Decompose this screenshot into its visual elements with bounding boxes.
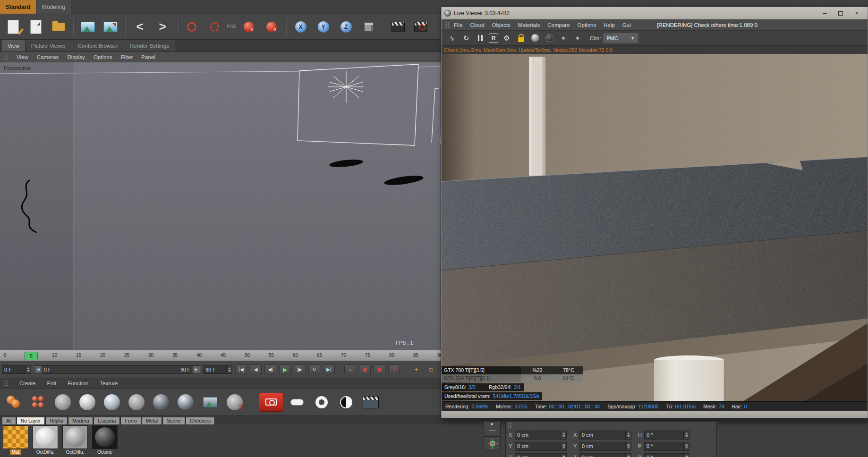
stepper[interactable] xyxy=(561,453,567,457)
document-export-icon[interactable] xyxy=(26,16,46,38)
ring-button[interactable] xyxy=(311,391,332,414)
size-z-field[interactable] xyxy=(579,453,631,457)
material-node-icon[interactable] xyxy=(52,391,74,414)
key-scale-icon[interactable]: □ xyxy=(425,364,437,374)
next-frame-button[interactable]: |▶ xyxy=(294,364,306,374)
shader-ball-metal-icon[interactable] xyxy=(175,391,196,414)
material-preview[interactable] xyxy=(3,425,28,449)
frame-start-field[interactable] xyxy=(2,365,31,374)
menu-display[interactable]: Display xyxy=(67,54,85,60)
frame-end-input[interactable] xyxy=(203,365,227,374)
stepper[interactable] xyxy=(684,442,689,451)
menu-materials[interactable]: Materials xyxy=(515,22,544,28)
range-left-grip[interactable]: ◀ xyxy=(34,366,42,373)
rot-p-input[interactable] xyxy=(644,442,684,451)
layout-tab-modeling[interactable]: Modeling xyxy=(36,0,71,14)
menu-cloud[interactable]: Cloud xyxy=(467,22,488,28)
layer-tab-metal[interactable]: Metal xyxy=(142,417,162,424)
document-edit-icon[interactable] xyxy=(3,16,24,38)
tab-picture-viewer[interactable]: Picture Viewer xyxy=(26,40,72,51)
size-y-field[interactable] xyxy=(579,442,631,451)
layer-tab-checkers[interactable]: Checkers xyxy=(186,417,215,424)
minimize-button[interactable] xyxy=(817,8,833,18)
layer-tab-no-layer[interactable]: No Layer xyxy=(17,417,45,424)
layer-tab-all[interactable]: All xyxy=(2,417,16,424)
range-right-grip[interactable]: ▶ xyxy=(193,366,200,373)
menu-filter[interactable]: Filter xyxy=(121,54,133,60)
menu-help[interactable]: Help xyxy=(600,22,618,28)
window-resize-edge[interactable] xyxy=(442,411,868,418)
render-settings-icon[interactable] xyxy=(410,16,431,38)
menu-objects[interactable]: Objects xyxy=(489,22,514,28)
material-preview[interactable] xyxy=(92,425,118,449)
half-sphere-button[interactable] xyxy=(335,391,357,414)
load-image-icon[interactable] xyxy=(77,16,98,38)
drag-handle-icon[interactable] xyxy=(4,380,8,386)
lasso-selection-icon[interactable] xyxy=(204,16,225,38)
stepper[interactable] xyxy=(626,453,631,457)
move-tool-icon[interactable]: 0 xyxy=(238,16,259,38)
live-selection-icon[interactable] xyxy=(181,16,202,38)
tab-content-browser[interactable]: Content Browser xyxy=(72,40,125,51)
save-project-icon[interactable] xyxy=(48,16,69,38)
stepper[interactable] xyxy=(684,431,689,440)
restart-render-icon[interactable]: ϟ xyxy=(446,33,458,44)
layout-tab-standard[interactable]: Standard xyxy=(0,0,36,14)
layer-tab-madera[interactable]: Madera xyxy=(68,417,94,424)
capsule-button[interactable] xyxy=(286,391,308,414)
stepper[interactable] xyxy=(561,442,567,451)
axis-mode-button[interactable] xyxy=(484,436,501,450)
layer-tab-scene[interactable]: Scene xyxy=(162,417,185,424)
preview-range-slider[interactable]: ◀ 0 F 90 F ▶ xyxy=(34,365,200,374)
close-button[interactable]: × xyxy=(849,8,865,18)
render-view-icon[interactable] xyxy=(388,16,408,38)
axis-z-button[interactable]: Z xyxy=(336,16,357,38)
menu-texture[interactable]: Texture xyxy=(100,381,118,386)
menu-edit[interactable]: Edit xyxy=(47,381,57,386)
region-render-icon[interactable]: R xyxy=(489,34,498,43)
material-ball-icon[interactable] xyxy=(529,33,541,44)
pos-x-field[interactable] xyxy=(515,431,567,440)
stepper[interactable] xyxy=(684,453,689,457)
lock-resolution-icon[interactable] xyxy=(515,33,527,44)
focus-picker-icon[interactable]: ⌖ xyxy=(558,33,569,44)
menu-panel[interactable]: Panel xyxy=(141,54,155,60)
size-y-input[interactable] xyxy=(579,442,626,451)
menu-view[interactable]: View xyxy=(17,54,28,60)
shader-set-icon[interactable] xyxy=(27,391,49,414)
play-button[interactable]: ▶ xyxy=(279,364,291,374)
frame-start-stepper[interactable] xyxy=(26,365,31,374)
stepper[interactable] xyxy=(561,431,567,440)
rot-b-input[interactable] xyxy=(644,453,684,457)
pause-icon[interactable] xyxy=(475,33,486,44)
help-shader-icon[interactable]: ? xyxy=(224,391,246,414)
menu-create[interactable]: Create xyxy=(19,381,36,386)
loop-playback-button[interactable]: ↻ xyxy=(308,364,320,374)
layer-tab-esquina[interactable]: Esquina xyxy=(94,417,120,424)
axis-y-button[interactable]: Y xyxy=(313,16,334,38)
undo-icon[interactable]: < xyxy=(129,16,150,38)
stepper[interactable] xyxy=(626,431,631,440)
rot-b-field[interactable] xyxy=(644,453,689,457)
goto-start-button[interactable]: |◀ xyxy=(235,364,247,374)
size-x-field[interactable] xyxy=(579,431,631,440)
tab-view[interactable]: View xyxy=(2,40,26,51)
frame-end-stepper[interactable] xyxy=(227,365,232,374)
size-x-input[interactable] xyxy=(579,431,626,440)
rotate-tool-icon[interactable]: 0 xyxy=(261,16,282,38)
pos-y-input[interactable] xyxy=(515,442,561,451)
pos-z-input[interactable] xyxy=(515,453,561,457)
shader-ball-glossy-icon[interactable] xyxy=(77,391,98,414)
material-thumb-octdiffu-1[interactable]: OctDiffu. xyxy=(33,425,58,457)
material-thumb-octane[interactable]: Octane xyxy=(92,425,118,457)
goto-end-button[interactable]: ▶| xyxy=(323,364,335,374)
frame-end-field[interactable] xyxy=(203,365,232,374)
drag-handle-icon[interactable] xyxy=(4,54,8,60)
render-view[interactable]: GTX 780 Ti[T][3.5] %22 78°C GTX 560 Ti[P… xyxy=(442,54,868,401)
maximize-button[interactable] xyxy=(833,8,849,18)
coordinate-system-icon[interactable] xyxy=(358,16,379,38)
rot-h-field[interactable] xyxy=(644,431,689,440)
material-thumb-octdiffu-2[interactable]: OctDiffu. xyxy=(62,425,88,457)
shader-ball-matte-icon[interactable] xyxy=(126,391,147,414)
pos-z-field[interactable] xyxy=(515,453,567,457)
